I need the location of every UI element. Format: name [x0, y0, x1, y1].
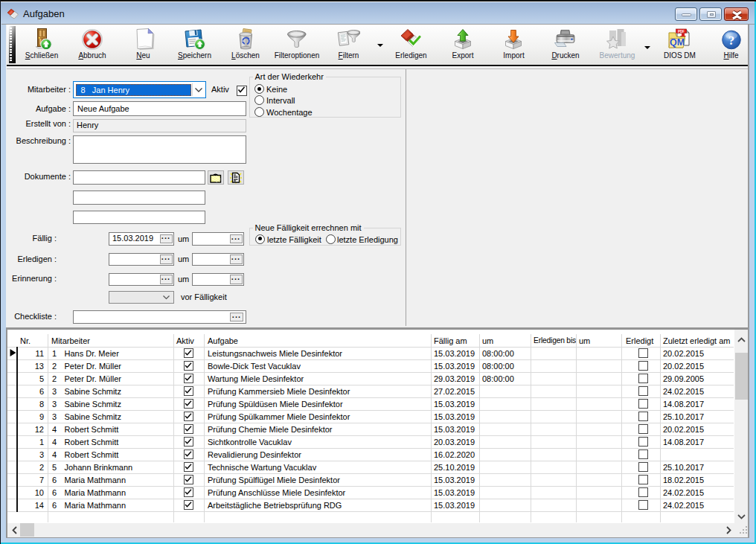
svg-text:PDF: PDF	[678, 30, 685, 33]
svg-text:QM: QM	[670, 37, 685, 48]
svg-text:?: ?	[728, 33, 734, 48]
